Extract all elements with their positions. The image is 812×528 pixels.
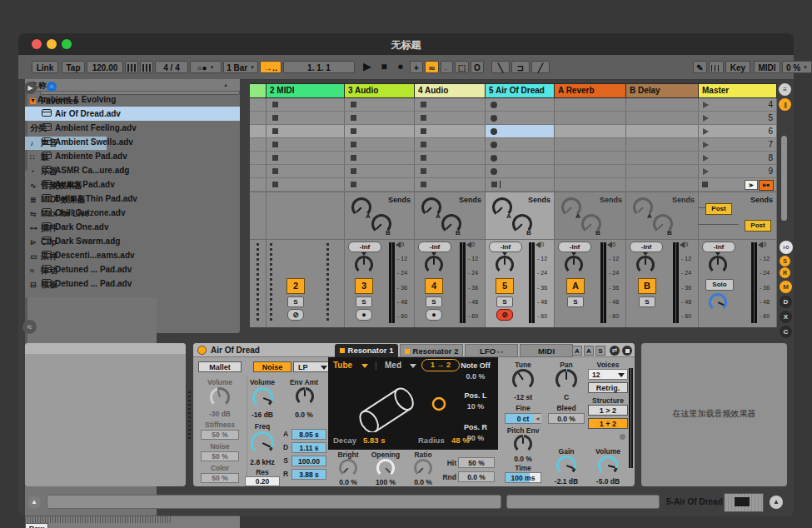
send-a-post-button[interactable]: Post — [705, 203, 732, 215]
clip-slot[interactable]: 6 — [699, 125, 777, 138]
track-activator[interactable]: 2 — [286, 278, 305, 294]
volume-fader-handle[interactable] — [466, 242, 471, 248]
file-row[interactable]: ASMR Ca...ure.adg — [25, 163, 240, 177]
back-to-arrangement-button[interactable]: ← — [441, 61, 453, 73]
device-chain-button[interactable]: A — [584, 346, 594, 356]
master-solo-cue-button[interactable]: Solo — [705, 279, 734, 291]
trigger-scene-icon[interactable]: |▶ — [745, 180, 758, 190]
retrig-button[interactable]: Retrig. — [588, 382, 628, 393]
arm-button[interactable]: ⊘ — [287, 309, 304, 321]
pan-knob[interactable] — [565, 256, 583, 274]
fade-in-icon[interactable]: ╱ — [531, 61, 550, 73]
clip-slot[interactable] — [250, 138, 267, 152]
file-row[interactable]: Air Of Dread.adv — [25, 107, 240, 121]
mixer-section-toggle-x[interactable]: X — [780, 311, 792, 323]
device-volume-knob[interactable] — [598, 456, 618, 476]
nudge-down-button[interactable] — [125, 61, 138, 73]
file-row[interactable]: Detuned ... Pad.adv — [25, 262, 240, 276]
pan-knob[interactable] — [355, 256, 373, 274]
track-header-b-delay[interactable]: B Delay — [626, 83, 699, 98]
volume-display[interactable]: -Inf — [630, 242, 663, 252]
file-row[interactable]: Chill Outzone.adv — [25, 206, 240, 220]
track-activator[interactable]: 4 — [425, 278, 443, 294]
adsr-s-value[interactable]: 100.00 — [291, 456, 326, 466]
clip-slot[interactable] — [267, 138, 345, 152]
clip-slot[interactable] — [555, 152, 626, 165]
computer-midi-keyboard-icon[interactable] — [709, 61, 724, 73]
effects-drop-area[interactable]: 在这里加载音频效果器 — [641, 343, 787, 486]
session-record-button[interactable]: ∞ — [425, 61, 439, 73]
tempo-field[interactable]: 120.00 — [87, 61, 123, 73]
tab-activator-icon[interactable] — [405, 349, 410, 354]
mixer-section-toggle-c[interactable]: C — [780, 326, 792, 338]
stop-clips-slot[interactable] — [626, 178, 699, 192]
tune-knob[interactable] — [512, 369, 534, 391]
clip-slot[interactable] — [555, 138, 626, 152]
file-row[interactable]: Detuned ... Pad.adv — [25, 276, 240, 291]
mallet-button[interactable]: Mallet — [198, 361, 242, 372]
solo-button[interactable]: S — [356, 296, 372, 307]
clip-slot[interactable] — [267, 125, 345, 138]
clip-slot[interactable] — [626, 98, 699, 112]
clip-slot[interactable] — [555, 165, 626, 178]
send-b-post-button[interactable]: Post — [745, 220, 771, 232]
pos-r-value[interactable]: 90 % — [453, 434, 498, 442]
file-row[interactable]: Ambient Swells.adv — [25, 135, 240, 149]
mixer-toggle-icon[interactable]: ||| — [779, 98, 791, 111]
mallet-volume-knob[interactable] — [210, 387, 230, 407]
groove-pool-icon[interactable]: ≈ — [22, 320, 37, 334]
bleed-value[interactable]: 0.0 % — [548, 413, 585, 424]
hot-swap-icon[interactable]: ⇄ — [610, 346, 620, 356]
draw-automation-icon[interactable]: ✎ — [693, 61, 707, 73]
solo-button[interactable]: S — [287, 296, 304, 307]
track-activator[interactable]: 3 — [355, 278, 373, 294]
cpu-meter[interactable]: 0 % ▼ — [782, 61, 812, 73]
scene-play-icon[interactable] — [703, 168, 709, 175]
arrangement-position-field[interactable]: 1. 1. 1 — [283, 61, 355, 73]
res-value[interactable]: 0.20 — [245, 476, 280, 486]
hit-value[interactable]: 50 % — [458, 457, 495, 468]
fade-out-icon[interactable]: ╲ — [491, 61, 510, 73]
freq-knob[interactable] — [251, 431, 274, 455]
mixer-section-toggle-s[interactable]: S — [780, 256, 790, 266]
clip-slot[interactable]: 8 — [699, 152, 777, 165]
track-header-3-audio[interactable]: 3 Audio — [345, 83, 415, 98]
solo-button[interactable]: S — [496, 296, 513, 307]
gain-knob[interactable] — [556, 456, 576, 476]
scene-play-icon[interactable] — [703, 142, 709, 148]
solo-button[interactable]: S — [639, 296, 655, 307]
stop-clips-slot[interactable] — [415, 178, 486, 192]
tab-midi[interactable]: MIDI — [520, 344, 573, 357]
volume-fader-handle[interactable] — [680, 242, 685, 248]
file-row[interactable]: Dark Swarm.adg — [25, 234, 240, 248]
time-value[interactable]: 100 ms — [505, 472, 541, 483]
loop-button[interactable]: O — [471, 61, 484, 73]
mallet-param-value[interactable]: 50 % — [201, 430, 239, 440]
stop-clips-slot[interactable] — [345, 178, 415, 192]
capture-midi-button[interactable]: + — [410, 61, 423, 73]
clip-slot[interactable] — [345, 125, 415, 138]
pos-l-value[interactable]: 10 % — [453, 402, 498, 411]
browser-collapse-icon[interactable]: ▶ — [24, 82, 37, 94]
mixer-section-toggle-d[interactable]: D — [780, 296, 792, 308]
scene-overview-icon[interactable]: ≡ — [779, 83, 791, 96]
clip-slot[interactable] — [626, 138, 699, 152]
file-row[interactable]: Ambient Feeling.adv — [25, 121, 240, 135]
clip-slot[interactable] — [415, 138, 486, 152]
scene-play-icon[interactable] — [703, 128, 709, 135]
resonator-type-menu[interactable]: Tube — [333, 361, 352, 370]
cue-volume-knob[interactable] — [709, 293, 727, 311]
stop-clips-slot[interactable] — [267, 178, 345, 192]
headphone-preview-icon[interactable]: ∩ — [47, 82, 57, 92]
clip-slot[interactable] — [250, 125, 267, 138]
note-off-value[interactable]: 0.0 % — [453, 372, 498, 381]
clip-slot[interactable] — [486, 165, 555, 178]
nudge-up-button[interactable] — [140, 61, 153, 73]
quantize-menu[interactable]: 1 Bar ▼ — [223, 61, 258, 73]
filter-type-menu[interactable]: LP — [293, 361, 331, 372]
file-row[interactable]: Bells & Thin Pad.adv — [25, 192, 240, 206]
clip-slot[interactable] — [626, 152, 699, 165]
clip-slot[interactable] — [626, 125, 699, 138]
quality-menu[interactable]: Med — [385, 361, 401, 370]
pan-knob-device[interactable] — [555, 369, 577, 391]
